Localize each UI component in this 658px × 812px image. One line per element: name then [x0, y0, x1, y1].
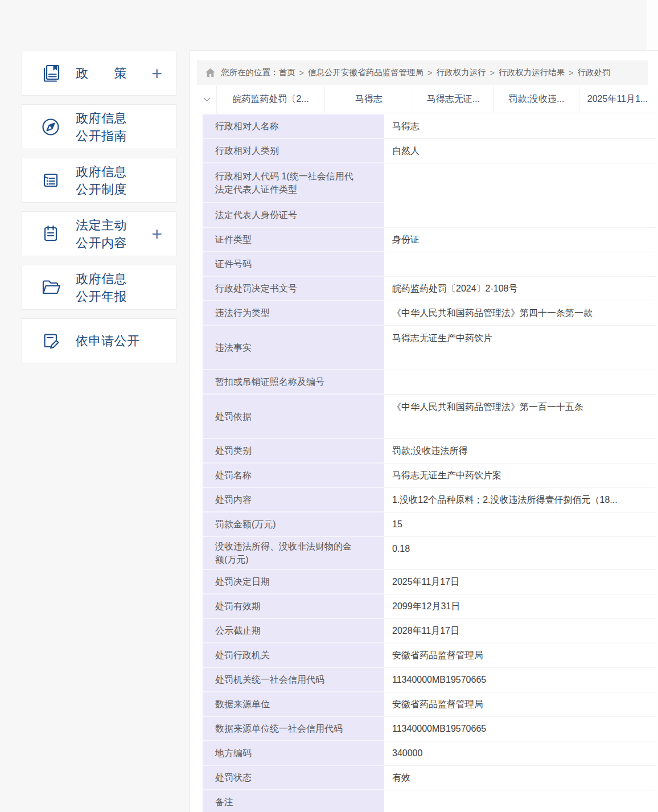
sidebar-item-label: 法定主动公开内容	[76, 216, 127, 252]
breadcrumb-prefix: 您所在的位置：	[221, 67, 279, 78]
summary-cell-decision-date[interactable]: 2025年11月1...	[579, 86, 656, 113]
record-summary-row[interactable]: 皖药监药处罚〔2... 马得志 马得志无证... 罚款;没收违... 2025年…	[197, 86, 656, 113]
table-row: 处罚名称马得志无证生产中药饮片案	[203, 464, 656, 488]
table-row: 证件类型身份证	[203, 228, 656, 252]
table-row: 处罚有效期2099年12月31日	[203, 594, 656, 619]
breadcrumb-item-home[interactable]: 首页	[279, 67, 295, 78]
edit-pen-icon	[39, 330, 62, 352]
table-row: 备注	[203, 790, 656, 812]
summary-cell-party-name[interactable]: 马得志	[325, 86, 413, 113]
table-row: 处罚依据《中华人民共和国药品管理法》第一百一十五条	[203, 395, 656, 439]
table-row: 罚款金额(万元)15	[203, 512, 656, 537]
table-row: 行政相对人代码 1(统一社会信用代法定代表人证件类型	[203, 163, 656, 203]
sidebar-item-label: 依申请公开	[76, 332, 140, 350]
main-content: 您所在的位置： 首页 > 信息公开安徽省药品监督管理局 > 行政权力运行 > 行…	[190, 50, 658, 812]
breadcrumb-item-info-disclosure[interactable]: 信息公开安徽省药品监督管理局	[308, 67, 423, 78]
sidebar-item-policy[interactable]: 政 策 +	[22, 51, 176, 96]
breadcrumb-separator: >	[569, 68, 573, 77]
table-row: 处罚决定日期2025年11月17日	[203, 570, 656, 594]
table-row: 处罚内容1.没收12个品种原料；2.没收违法所得壹仟捌佰元（18...	[203, 488, 656, 512]
sidebar-item-label: 政府信息公开指南	[76, 109, 127, 145]
breadcrumb-separator: >	[427, 68, 432, 77]
sidebar-item-info-system[interactable]: 政府信息公开制度	[22, 158, 176, 203]
table-row: 数据来源单位安徽省药品监督管理局	[203, 692, 656, 717]
breadcrumb-item-power-results[interactable]: 行政权力运行结果	[499, 67, 565, 78]
table-row: 处罚状态有效	[203, 766, 656, 790]
table-row: 行政相对人名称马得志	[203, 114, 656, 139]
table-row: 处罚机关统一社会信用代码11340000MB19570665	[203, 668, 656, 692]
table-row: 地方编码340000	[203, 741, 656, 766]
sidebar-item-info-guide[interactable]: 政府信息公开指南	[22, 104, 176, 149]
sidebar-item-mandatory-disclosure[interactable]: 法定主动公开内容 +	[22, 211, 176, 256]
table-row: 处罚类别罚款;没收违法所得	[203, 439, 656, 464]
clipboard-icon	[39, 223, 62, 245]
compass-icon	[39, 116, 62, 138]
sidebar-item-label: 政 策	[76, 64, 127, 82]
home-icon[interactable]	[205, 68, 215, 77]
page-top-right-strip	[647, 0, 658, 50]
sidebar-item-apply-disclosure[interactable]: 依申请公开	[22, 318, 176, 363]
folder-icon	[39, 276, 62, 299]
table-row: 没收违法所得、没收非法财物的金额(万元)0.18	[203, 537, 656, 570]
table-row: 违法事实马得志无证生产中药饮片	[203, 326, 656, 370]
expand-plus-icon[interactable]: +	[151, 64, 162, 83]
summary-cell-document-no[interactable]: 皖药监药处罚〔2...	[217, 86, 325, 113]
expand-plus-icon[interactable]: +	[151, 225, 162, 243]
table-row: 行政相对人类别自然人	[203, 139, 656, 163]
table-row: 法定代表人身份证号	[203, 203, 656, 228]
breadcrumb: 您所在的位置： 首页 > 信息公开安徽省药品监督管理局 > 行政权力运行 > 行…	[197, 60, 648, 85]
document-lines-icon	[39, 169, 62, 192]
table-row: 处罚行政机关安徽省药品监督管理局	[203, 643, 656, 668]
sidebar-item-label: 政府信息公开制度	[76, 163, 127, 198]
table-row: 暂扣或吊销证照名称及编号	[203, 370, 656, 395]
policy-book-icon	[39, 62, 62, 85]
table-row: 违法行为类型《中华人民共和国药品管理法》第四十一条第一款	[203, 301, 656, 326]
breadcrumb-item-admin-penalty[interactable]: 行政处罚	[577, 67, 610, 78]
sidebar-item-annual-report[interactable]: 政府信息公开年报	[22, 265, 176, 310]
summary-cell-penalty-type[interactable]: 罚款;没收违...	[494, 86, 579, 113]
breadcrumb-separator: >	[299, 68, 304, 77]
table-row: 行政处罚决定书文号皖药监药处罚〔2024〕2-108号	[203, 277, 656, 301]
penalty-detail-table: 行政相对人名称马得志 行政相对人类别自然人 行政相对人代码 1(统一社会信用代法…	[203, 114, 656, 812]
breadcrumb-separator: >	[490, 68, 494, 77]
table-row: 证件号码	[203, 252, 656, 277]
table-row: 公示截止期2028年11月17日	[203, 619, 656, 643]
breadcrumb-item-power-operation[interactable]: 行政权力运行	[436, 67, 486, 78]
chevron-down-icon[interactable]	[197, 86, 217, 113]
sidebar-item-label: 政府信息公开年报	[76, 270, 127, 305]
table-row: 数据来源单位统一社会信用代码11340000MB19570665	[203, 717, 656, 741]
summary-cell-case-name[interactable]: 马得志无证...	[413, 86, 494, 113]
sidebar: 政 策 + 政府信息公开指南 政府信息公开制度	[22, 51, 176, 372]
